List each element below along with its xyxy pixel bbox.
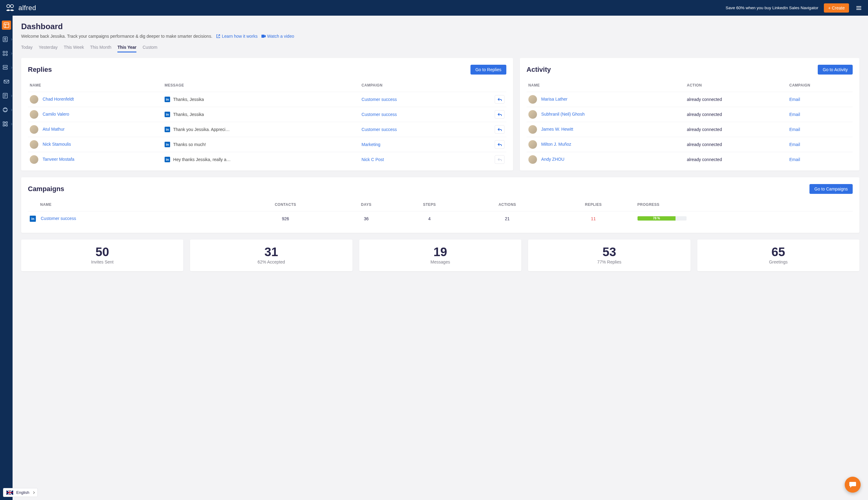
linkedin-icon: in [165, 157, 170, 162]
svg-rect-3 [4, 23, 9, 27]
campaign-link[interactable]: Customer success [362, 97, 397, 102]
col-days: DAYS [337, 200, 395, 211]
campaign-link[interactable]: Email [789, 142, 800, 147]
activity-title: Activity [527, 66, 551, 73]
svg-rect-10 [3, 54, 4, 56]
campaign-name[interactable]: Customer success [41, 216, 76, 221]
create-button[interactable]: + Create [824, 3, 849, 13]
avatar [30, 110, 38, 119]
menu-icon[interactable] [855, 3, 863, 13]
avatar [528, 140, 537, 149]
person-link[interactable]: Chad Horenfeldt [43, 96, 74, 102]
action-text: already connected [685, 152, 787, 167]
avatar [528, 125, 537, 134]
learn-link[interactable]: Learn how it works [216, 34, 258, 39]
campaign-link[interactable]: Email [789, 112, 800, 117]
svg-point-7 [4, 38, 6, 39]
tab-this-year[interactable]: This Year [117, 43, 137, 53]
sidebar-reports[interactable] [1, 91, 10, 100]
replies-table: NAME MESSAGE CAMPAIGN Chad HorenfeldtinT… [28, 81, 506, 167]
person-link[interactable]: Andy ZHOU [541, 157, 564, 162]
svg-rect-9 [6, 51, 7, 53]
tab-yesterday[interactable]: Yesterday [39, 43, 58, 53]
watch-link[interactable]: Watch a video [261, 34, 294, 39]
sidebar-contacts[interactable] [1, 35, 10, 44]
col-contacts: CONTACTS [234, 200, 337, 211]
stat-card: 19Messages [359, 240, 521, 271]
activity-row: James W. Hewittalready connectedEmail [527, 122, 853, 137]
person-link[interactable]: Subhranil (Neil) Ghosh [541, 112, 585, 116]
tab-this-week[interactable]: This Week [64, 43, 84, 53]
go-to-activity-button[interactable]: Go to Activity [818, 65, 853, 75]
campaign-link[interactable]: Customer success [362, 112, 397, 117]
activity-row: Milton J. Muñozalready connectedEmail [527, 137, 853, 152]
campaign-link[interactable]: Email [789, 157, 800, 162]
contacts-value: 926 [234, 211, 337, 226]
reply-button[interactable] [495, 140, 504, 149]
language-picker[interactable]: English [3, 488, 38, 497]
person-link[interactable]: Tanveer Mostafa [43, 157, 74, 162]
linkedin-icon: in [165, 127, 170, 132]
sidebar-apps[interactable] [1, 49, 10, 58]
stat-value: 31 [193, 245, 349, 259]
reply-row: Chad HorenfeldtinThanks, JessikaCustomer… [28, 92, 506, 107]
svg-rect-20 [3, 122, 4, 123]
action-text: already connected [685, 92, 787, 107]
stat-card: 65Greetings [697, 240, 859, 271]
watch-link-label: Watch a video [267, 34, 294, 39]
person-link[interactable]: Marisa Lather [541, 96, 568, 102]
col-progress: PROGRESS [636, 200, 853, 211]
campaign-link[interactable]: Email [789, 127, 800, 132]
sidebar-integrations[interactable] [1, 119, 10, 128]
chevron-right-icon [10, 38, 12, 40]
go-to-replies-button[interactable]: Go to Replies [470, 65, 506, 75]
sidebar-support[interactable] [1, 105, 10, 114]
message-text: Thanks, Jessika [173, 112, 204, 117]
sidebar [0, 16, 13, 500]
action-text: already connected [685, 137, 787, 152]
avatar [30, 155, 38, 164]
col-name: NAME [28, 81, 163, 92]
person-link[interactable]: Atul Mathur [43, 127, 64, 132]
avatar [30, 125, 38, 134]
stat-label: Invites Sent [24, 260, 180, 264]
promo-text[interactable]: Save 60% when you buy LinkedIn Sales Nav… [726, 5, 818, 10]
go-to-campaigns-button[interactable]: Go to Campaigns [809, 184, 853, 194]
campaigns-card: Campaigns Go to Campaigns NAME CONTACTS … [21, 177, 859, 233]
person-link[interactable]: Camilo Valero [43, 112, 69, 116]
reply-button[interactable] [495, 125, 504, 134]
chevron-right-icon [10, 123, 12, 125]
tab-custom[interactable]: Custom [142, 43, 157, 53]
tab-this-month[interactable]: This Month [90, 43, 111, 53]
person-link[interactable]: James W. Hewitt [541, 127, 573, 132]
tab-today[interactable]: Today [21, 43, 33, 53]
action-text: already connected [685, 107, 787, 122]
replies-title: Replies [28, 66, 52, 73]
linkedin-icon: in [165, 112, 170, 117]
campaign-link[interactable]: Customer success [362, 127, 397, 132]
person-link[interactable]: Milton J. Muñoz [541, 142, 571, 147]
chat-launcher[interactable] [845, 477, 861, 493]
chevron-right-icon [10, 109, 12, 111]
campaign-link[interactable]: Email [789, 97, 800, 102]
stat-label: Greetings [700, 260, 856, 264]
col-actions: ACTIONS [464, 200, 551, 211]
reply-button[interactable] [495, 155, 504, 164]
reply-button[interactable] [495, 110, 504, 119]
campaign-link[interactable]: Nick C Post [362, 157, 384, 162]
campaign-link[interactable]: Marketing [362, 142, 380, 147]
person-link[interactable]: Nick Stamoulis [43, 142, 71, 147]
action-text: already connected [685, 122, 787, 137]
sidebar-dashboard[interactable] [2, 21, 11, 30]
sidebar-templates[interactable] [1, 63, 10, 72]
sidebar-inbox[interactable] [2, 77, 11, 86]
campaign-row[interactable]: inCustomer success926364211178 % [28, 211, 853, 226]
flag-icon [7, 490, 13, 495]
brand-name: alfred [19, 4, 36, 12]
stat-card: 3162% Accepted [190, 240, 352, 271]
external-link-icon [216, 34, 220, 38]
reply-button[interactable] [495, 95, 504, 104]
brand-logo[interactable]: alfred [5, 4, 36, 12]
progress-bar: 78 % [637, 216, 687, 220]
stat-label: 77% Replies [531, 260, 687, 264]
